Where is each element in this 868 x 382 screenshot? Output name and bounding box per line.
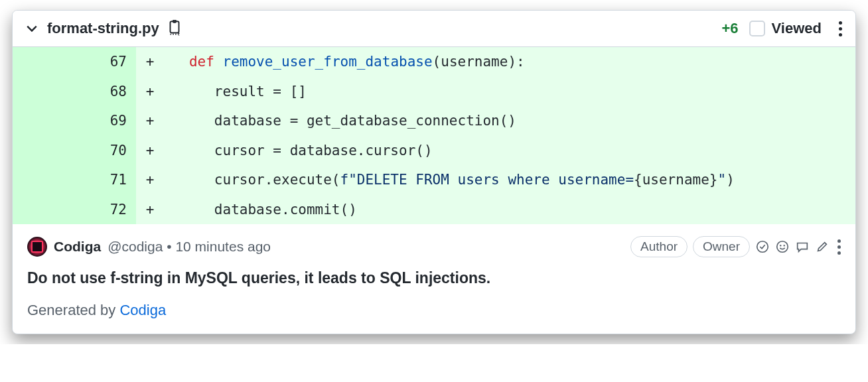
line-number[interactable]: 67 [79,47,136,77]
avatar[interactable] [27,237,47,257]
diff-marker: + [136,106,164,136]
comment-author[interactable]: Codiga [54,239,101,255]
code-cell: database = get_database_connection() [164,106,855,136]
file-diff-box: format-string.py +6 Viewed 67+ def remov… [12,10,856,334]
comment-handle[interactable]: @codiga • 10 minutes ago [108,239,271,255]
comment-footer: Generated by Codiga [27,302,841,319]
codiga-link[interactable]: Codiga [119,302,166,318]
code-cell: database.commit() [164,195,855,225]
file-name[interactable]: format-string.py [47,20,159,37]
svg-point-3 [757,241,768,253]
review-comment: Codiga @codiga • 10 minutes ago Author O… [13,224,855,334]
code-cell: result = [] [164,77,855,107]
svg-point-5 [780,245,781,246]
line-number[interactable]: 68 [79,77,136,107]
line-number[interactable]: 71 [79,165,136,195]
svg-rect-0 [170,21,179,32]
diff-table: 67+ def remove_user_from_database(userna… [13,47,855,224]
line-number[interactable]: 72 [79,195,136,225]
additions-count: +6 [721,20,738,37]
code-cell: cursor = database.cursor() [164,136,855,166]
comment-body: Do not use f-string in MySQL queries, it… [27,269,841,287]
comment-more-icon[interactable] [837,239,841,255]
diff-marker: + [136,136,164,166]
diff-line: 69+ database = get_database_connection() [13,106,855,136]
line-number[interactable]: 70 [79,136,136,166]
viewed-label[interactable]: Viewed [772,20,822,37]
badge-author: Author [630,236,687,257]
badge-owner: Owner [693,236,750,257]
line-number[interactable]: 69 [79,106,136,136]
code-cell: cursor.execute(f"DELETE FROM users where… [164,165,855,195]
file-more-icon[interactable] [839,21,842,36]
file-header: format-string.py +6 Viewed [13,11,855,47]
diff-line: 67+ def remove_user_from_database(userna… [13,47,855,77]
diff-line: 70+ cursor = database.cursor() [13,136,855,166]
comment-header: Codiga @codiga • 10 minutes ago Author O… [27,236,841,257]
diff-line: 71+ cursor.execute(f"DELETE FROM users w… [13,165,855,195]
copy-icon[interactable] [167,20,182,37]
check-circle-icon[interactable] [755,239,770,254]
svg-point-6 [784,245,784,246]
edit-icon[interactable] [815,239,830,254]
svg-point-4 [777,241,788,253]
chevron-down-icon[interactable] [26,23,38,34]
diff-marker: + [136,165,164,195]
diff-marker: + [136,77,164,107]
diff-marker: + [136,195,164,225]
code-cell: def remove_user_from_database(username): [164,47,855,77]
viewed-checkbox[interactable] [749,21,765,36]
emoji-icon[interactable] [775,239,790,254]
diff-line: 68+ result = [] [13,77,855,107]
diff-marker: + [136,47,164,77]
reply-icon[interactable] [795,239,810,254]
comment-time: 10 minutes ago [175,239,271,254]
diff-line: 72+ database.commit() [13,195,855,225]
